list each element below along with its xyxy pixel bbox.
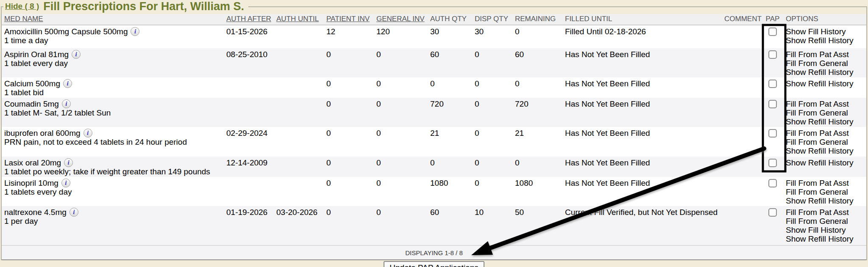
option-link[interactable]: Show Refill History — [786, 196, 864, 205]
auth-until-cell — [274, 48, 324, 77]
info-icon[interactable]: i — [61, 179, 70, 187]
info-icon[interactable]: i — [70, 208, 78, 217]
info-icon[interactable]: i — [131, 27, 139, 36]
comment-cell — [722, 48, 762, 77]
col-header-med-name[interactable]: MED NAME — [2, 14, 224, 25]
option-link[interactable]: Show Refill History — [786, 234, 864, 243]
pap-checkbox[interactable] — [768, 129, 777, 138]
med-name: Calcium 500mg — [4, 79, 60, 88]
col-header-auth-qty: AUTH QTY — [428, 14, 472, 25]
option-link[interactable]: Show Refill History — [786, 79, 864, 88]
info-icon[interactable]: i — [62, 99, 71, 108]
info-icon[interactable]: i — [83, 129, 92, 138]
option-link[interactable]: Fill From Pat Asst — [786, 99, 864, 108]
pap-checkbox[interactable] — [768, 50, 777, 59]
table-row: naltrexone 4.5mgi 1 per day 01-19-2026 0… — [2, 206, 866, 245]
med-sig: 1 tablet every day — [4, 59, 221, 68]
remaining-cell: 0 — [512, 77, 562, 98]
comment-cell — [722, 77, 762, 98]
option-link[interactable]: Fill From General — [786, 217, 864, 226]
auth-until-cell — [274, 157, 324, 177]
option-link[interactable]: Fill From General — [786, 59, 864, 68]
option-link[interactable]: Show Refill History — [786, 36, 864, 45]
pap-checkbox[interactable] — [768, 100, 777, 108]
info-icon[interactable]: i — [72, 50, 81, 59]
med-name: ibuprofen oral 600mg — [4, 129, 81, 138]
auth-until-cell — [274, 127, 324, 157]
table-row: Lasix oral 20mgi 1 tablet po weekly; tak… — [2, 157, 866, 177]
filled-until-cell: Has Not Yet Been Filled — [562, 98, 722, 127]
comment-cell — [722, 157, 762, 177]
col-header-patient-inv[interactable]: PATIENT INV — [324, 14, 374, 25]
auth-until-cell — [274, 77, 324, 98]
option-link[interactable]: Fill From General — [786, 138, 864, 146]
table-row: ibuprofen oral 600mgi PRN pain, not to e… — [2, 127, 866, 157]
auth-until-cell: 03-20-2026 — [274, 206, 324, 245]
option-link[interactable]: Show Fill History — [786, 27, 864, 36]
col-header-general-inv[interactable]: GENERAL INV — [374, 14, 428, 25]
info-icon[interactable]: i — [63, 79, 72, 88]
auth-after-cell: 01-19-2026 — [224, 206, 274, 245]
auth-until-cell — [274, 98, 324, 127]
comment-cell — [722, 177, 762, 206]
med-sig: 1 tablet M- Sat, 1/2 tablet Sun — [4, 108, 221, 117]
filled-until-cell: Has Not Yet Been Filled — [562, 48, 722, 77]
info-icon[interactable]: i — [64, 158, 73, 167]
med-name: Amoxicillin 500mg Capsule 500mg — [4, 27, 128, 36]
option-link[interactable]: Show Refill History — [786, 146, 864, 155]
med-sig: 1 tablet po weekly; take if weight great… — [4, 167, 221, 176]
pap-checkbox[interactable] — [768, 208, 777, 217]
auth-after-cell — [224, 77, 274, 98]
table-row: Aspirin Oral 81mgi 1 tablet every day 08… — [2, 48, 866, 77]
option-link[interactable]: Show Fill History — [786, 226, 864, 234]
option-link[interactable]: Fill From Pat Asst — [786, 50, 864, 59]
table-row: Lisinopril 10mgi 1 tablets every day 0 0… — [2, 177, 866, 206]
col-header-disp-qty: DISP QTY — [472, 14, 512, 25]
disp-qty-cell: 0 — [472, 98, 512, 127]
update-pap-button[interactable]: Update PAP Applications — [384, 261, 484, 267]
disp-qty-cell: 0 — [472, 177, 512, 206]
button-row: Update PAP Applications — [0, 261, 868, 267]
pap-checkbox[interactable] — [768, 159, 777, 167]
med-name: Coumadin 5mg — [4, 99, 59, 108]
table-row: Calcium 500mgi 1 tablet bid 0 0 0 0 0 Ha… — [2, 77, 866, 98]
patient-inv-cell: 0 — [324, 206, 374, 245]
col-header-filled-until: FILLED UNTIL — [562, 14, 722, 25]
pap-checkbox[interactable] — [768, 179, 777, 187]
comment-cell — [722, 206, 762, 245]
pap-checkbox[interactable] — [768, 28, 777, 36]
option-link[interactable]: Show Refill History — [786, 158, 864, 167]
med-name: naltrexone 4.5mg — [4, 208, 67, 217]
displaying-status: DISPLAYING 1-8 / 8 — [2, 245, 866, 260]
auth-after-cell: 02-29-2024 — [224, 127, 274, 157]
auth-after-cell: 12-14-2009 — [224, 157, 274, 177]
auth-qty-cell: 30 — [428, 25, 472, 48]
col-header-auth-until[interactable]: AUTH UNTIL — [274, 14, 324, 25]
pap-checkbox[interactable] — [768, 80, 777, 88]
remaining-cell: 50 — [512, 206, 562, 245]
patient-inv-cell: 0 — [324, 127, 374, 157]
general-inv-cell: 0 — [374, 77, 428, 98]
option-link[interactable]: Show Refill History — [786, 117, 864, 126]
option-link[interactable]: Fill From Pat Asst — [786, 208, 864, 217]
disp-qty-cell: 0 — [472, 127, 512, 157]
option-link[interactable]: Fill From General — [786, 187, 864, 196]
panel-legend: Hide ( 8 )Fill Prescriptions For Hart, W… — [3, 0, 248, 13]
option-link[interactable]: Show Refill History — [786, 68, 864, 77]
col-header-comment: COMMENT — [722, 14, 762, 25]
hide-link[interactable]: Hide ( 8 ) — [5, 2, 39, 11]
option-link[interactable]: Fill From General — [786, 108, 864, 117]
med-sig: 1 tablet bid — [4, 88, 221, 97]
page-title: Fill Prescriptions For Hart, William S. — [43, 0, 244, 13]
col-header-auth-after[interactable]: AUTH AFTER — [224, 14, 274, 25]
col-header-remaining: REMAINING — [512, 14, 562, 25]
option-link[interactable]: Fill From Pat Asst — [786, 129, 864, 138]
option-link[interactable]: Fill From Pat Asst — [786, 179, 864, 187]
auth-after-cell: 01-15-2026 — [224, 25, 274, 48]
general-inv-cell: 0 — [374, 127, 428, 157]
remaining-cell: 0 — [512, 157, 562, 177]
remaining-cell: 60 — [512, 48, 562, 77]
col-header-pap: PAP — [762, 14, 783, 25]
general-inv-cell: 0 — [374, 48, 428, 77]
disp-qty-cell: 0 — [472, 157, 512, 177]
